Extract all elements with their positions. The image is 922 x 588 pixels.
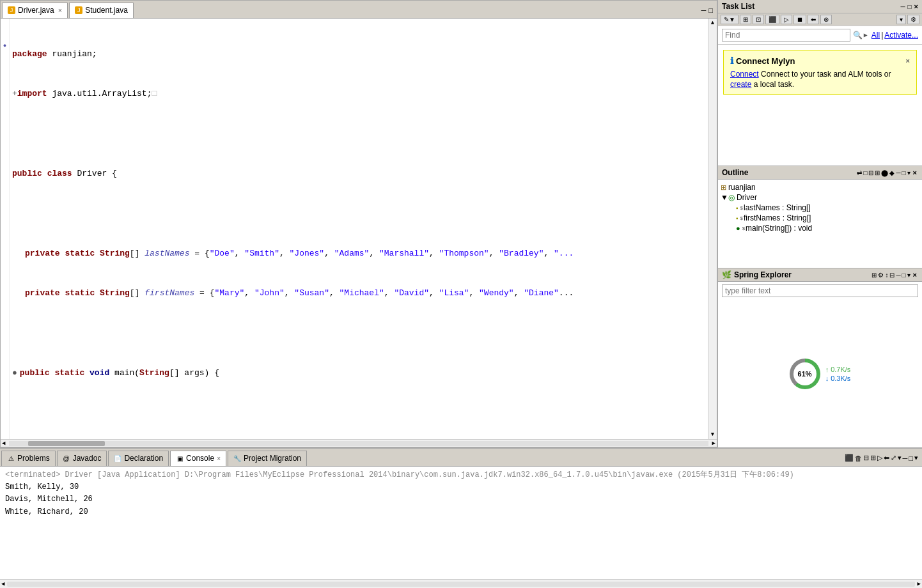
editor-minimize-btn[interactable]: ─ bbox=[701, 6, 707, 14]
outline-main-label: main(String[]) : void bbox=[746, 224, 812, 233]
outline-tree: ⊞ ruanjian ▼ ◎ Driver ▪ $ lastNames : St… bbox=[718, 180, 922, 268]
editor-h-scrollbar[interactable]: ◀ ▶ bbox=[1, 439, 717, 447]
task-new-btn[interactable]: ✎▼ bbox=[721, 15, 738, 24]
spring-leaf-icon: 🌿 bbox=[722, 270, 731, 279]
method-icon: ● bbox=[736, 224, 740, 232]
bottom-scrollbar[interactable]: ◀ ▶ bbox=[0, 579, 922, 588]
console-tb4[interactable]: ⬅ bbox=[884, 454, 889, 462]
task-tb3[interactable]: ⬛ bbox=[765, 15, 779, 24]
task-search-arrow: ▶ bbox=[864, 31, 868, 39]
outline-title: Outline bbox=[722, 168, 748, 177]
console-tb3[interactable]: ▷ bbox=[877, 454, 882, 462]
spring-tb2[interactable]: ⚙ bbox=[878, 271, 884, 279]
search-icon: 🔍 bbox=[853, 31, 863, 40]
console-tb-clear[interactable]: 🗑 bbox=[855, 454, 862, 462]
outline-item-ruanjian[interactable]: ⊞ ruanjian bbox=[721, 182, 919, 192]
outline-tb1[interactable]: □ bbox=[863, 169, 867, 176]
migration-icon: 🔧 bbox=[233, 454, 241, 462]
outline-item-firstnames[interactable]: ▪ $ firstNames : String[] bbox=[721, 213, 919, 223]
task-search-input[interactable] bbox=[722, 29, 850, 42]
outline-sync[interactable]: ⇄ bbox=[857, 169, 862, 176]
task-collapse[interactable]: ▾ bbox=[896, 15, 906, 24]
outline-tb2[interactable]: ⊟ bbox=[868, 169, 873, 176]
javadoc-icon: @ bbox=[63, 454, 70, 462]
outline-lastnames-label: lastNames : String[] bbox=[744, 203, 811, 212]
outline-tb3[interactable]: ⊞ bbox=[875, 169, 880, 176]
task-tb6[interactable]: ⬅ bbox=[808, 15, 819, 24]
tab-driver-java[interactable]: J Driver.java × bbox=[2, 3, 68, 18]
tab-driver-close[interactable]: × bbox=[58, 6, 62, 14]
bottom-maximize[interactable]: □ bbox=[909, 454, 913, 462]
task-toolbar: ✎▼ ⊞ ⊡ ⬛ ▷ ⏹ ⬅ ⊗ ▾ ⚙ bbox=[718, 13, 922, 26]
outline-item-driver[interactable]: ▼ ◎ Driver bbox=[721, 192, 919, 203]
editor-tabs: J Driver.java × J Student.java ─ □ bbox=[1, 1, 717, 19]
declaration-icon: 📄 bbox=[114, 454, 121, 462]
console-icon: ▣ bbox=[176, 454, 184, 462]
task-list-close[interactable]: × bbox=[914, 3, 918, 10]
task-activate-link[interactable]: Activate... bbox=[884, 31, 918, 40]
task-all-link[interactable]: All bbox=[871, 31, 880, 40]
task-tb4[interactable]: ▷ bbox=[781, 15, 792, 24]
bottom-tab-toolbar: ⬛ 🗑 ⊟ ⊞ ▷ ⬅ ⤢ ▾ ─ □ ▾ bbox=[845, 454, 921, 462]
tab-problems[interactable]: ⚠ Problems bbox=[1, 451, 56, 466]
outline-minimize[interactable]: ─ bbox=[896, 169, 900, 176]
spring-settings[interactable]: ▾ bbox=[907, 271, 910, 279]
stat-download: ↓ 0.3K/s bbox=[825, 375, 851, 382]
console-tb5[interactable]: ⤢ bbox=[891, 454, 896, 462]
connect-link[interactable]: Connect bbox=[730, 70, 759, 79]
tab-console-close[interactable]: × bbox=[217, 455, 221, 462]
console-tb6[interactable]: ▾ bbox=[898, 454, 902, 462]
scrollbar-thumb[interactable] bbox=[28, 441, 105, 446]
outline-header: Outline ⇄ □ ⊟ ⊞ ⬤ ◆ ─ □ ▾ × bbox=[718, 166, 922, 180]
connect-mylyn-widget: ℹ Connect Mylyn × Connect Connect to you… bbox=[723, 50, 917, 95]
tab-console[interactable]: ▣ Console × bbox=[170, 451, 226, 466]
console-tb1[interactable]: ⊟ bbox=[863, 454, 869, 462]
spring-tb1[interactable]: ⊞ bbox=[871, 271, 877, 279]
tab-project-migration[interactable]: 🔧 Project Migration bbox=[228, 451, 307, 466]
cm-close[interactable]: × bbox=[906, 57, 910, 65]
code-editor[interactable]: ● package ruanjian; +import java.util.Ar… bbox=[1, 19, 717, 439]
task-tb5[interactable]: ⏹ bbox=[793, 15, 806, 24]
spring-maximize[interactable]: □ bbox=[902, 271, 906, 279]
console-tb2[interactable]: ⊞ bbox=[870, 454, 876, 462]
task-tb1[interactable]: ⊞ bbox=[740, 15, 751, 24]
spring-tb3[interactable]: ↕ bbox=[885, 271, 888, 279]
connect-text1: Connect to your task and ALM tools or bbox=[761, 70, 891, 79]
spring-minimize[interactable]: ─ bbox=[896, 271, 900, 279]
task-tb7[interactable]: ⊗ bbox=[820, 15, 832, 24]
outline-close[interactable]: × bbox=[912, 169, 918, 176]
main-area: J Driver.java × J Student.java ─ □ ● pac… bbox=[0, 0, 922, 447]
task-list-minimize[interactable]: ─ bbox=[900, 3, 905, 10]
editor-maximize-btn[interactable]: □ bbox=[708, 6, 713, 14]
spring-header: 🌿 Spring Explorer ⊞ ⚙ ↕ ⊟ ─ □ ▾ × bbox=[718, 268, 922, 282]
task-tb2[interactable]: ⊡ bbox=[753, 15, 764, 24]
outline-settings[interactable]: ▾ bbox=[907, 169, 910, 176]
tab-declaration[interactable]: 📄 Declaration bbox=[108, 451, 169, 466]
outline-maximize[interactable]: □ bbox=[902, 169, 906, 176]
spring-tb4[interactable]: ⊟ bbox=[889, 271, 895, 279]
console-output: <terminated> Driver [Java Application] D… bbox=[0, 467, 922, 579]
outline-tb4[interactable]: ⬤ bbox=[881, 169, 888, 176]
tab-javadoc[interactable]: @ Javadoc bbox=[57, 451, 107, 466]
outline-tb5[interactable]: ◆ bbox=[889, 169, 895, 176]
bottom-tabs: ⚠ Problems @ Javadoc 📄 Declaration ▣ Con… bbox=[0, 449, 922, 467]
outline-item-main[interactable]: ● $ main(String[]) : void bbox=[721, 223, 919, 233]
task-list-maximize[interactable]: □ bbox=[908, 3, 912, 10]
tab-console-label: Console bbox=[186, 454, 214, 463]
scrollbar-track[interactable] bbox=[9, 441, 708, 446]
outline-item-lastnames[interactable]: ▪ $ lastNames : String[] bbox=[721, 203, 919, 213]
spring-close[interactable]: × bbox=[912, 271, 918, 279]
task-list-header: Task List ─ □ × bbox=[718, 0, 922, 13]
spring-filter-input[interactable] bbox=[722, 284, 918, 297]
code-text[interactable]: package ruanjian; +import java.util.Arra… bbox=[10, 19, 717, 439]
editor-scrollbar[interactable]: ▲ ▼ bbox=[708, 19, 717, 439]
create-link[interactable]: create bbox=[730, 80, 751, 89]
console-tb-terminate[interactable]: ⬛ bbox=[845, 454, 854, 462]
tab-student-java[interactable]: J Student.java bbox=[69, 3, 134, 18]
spring-filter-bar bbox=[718, 282, 922, 300]
bottom-minimize[interactable]: ─ bbox=[903, 454, 908, 462]
bottom-settings[interactable]: ▾ bbox=[914, 454, 918, 462]
spring-title: Spring Explorer bbox=[734, 270, 792, 279]
task-settings[interactable]: ⚙ bbox=[907, 15, 919, 24]
left-gutter: ● bbox=[1, 19, 10, 439]
